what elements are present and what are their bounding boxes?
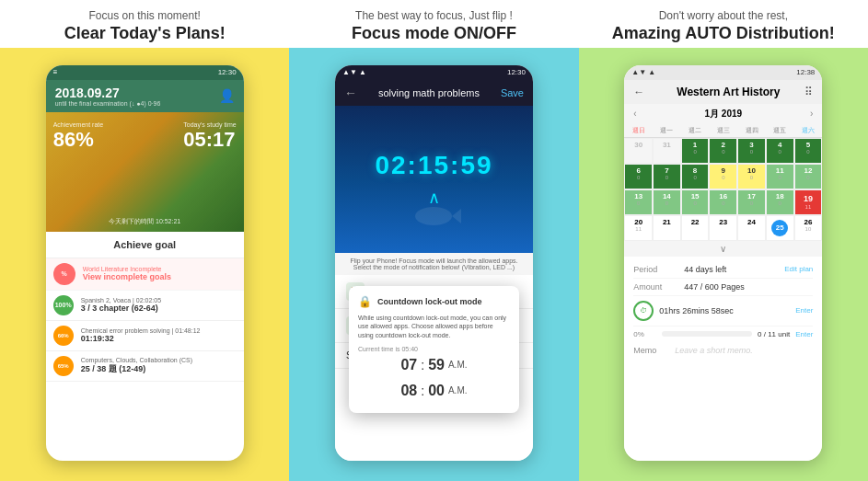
p3-day-2[interactable]: 20 xyxy=(709,138,737,164)
p3-day-15[interactable]: 150 xyxy=(681,189,710,215)
p3-day-25-selected[interactable]: 25 xyxy=(766,215,794,241)
p1-achieve-btn[interactable]: Achieve goal xyxy=(46,232,244,258)
p3-timer-icon: ⏱ xyxy=(633,301,654,321)
p3-day-21[interactable]: 21 xyxy=(653,215,681,241)
p1-goal-text: World Literature Incomplete View incompl… xyxy=(83,266,237,281)
p3-calendar-header: ‹ 1月 2019 › xyxy=(624,104,822,124)
p3-day-7[interactable]: 70 xyxy=(653,164,681,189)
p3-day-26[interactable]: 2610 xyxy=(794,215,823,241)
p2-timer-area: 02:15:59 ∧ xyxy=(335,106,533,253)
p3-amount-label: Amount xyxy=(633,282,684,292)
p2-chevron-icon: ∧ xyxy=(428,188,440,208)
p3-progress-enter-btn[interactable]: Enter xyxy=(795,330,813,338)
p3-day-12[interactable]: 120 xyxy=(794,164,823,189)
p3-day-9[interactable]: 90 xyxy=(709,164,737,189)
p1-task-item-1: 66% Chemical error problem solving | 01:… xyxy=(46,321,244,351)
p2-lock-icon: 🔒 xyxy=(358,295,372,308)
p3-weekday-sun: 週日 xyxy=(624,124,653,137)
p2-mins-2: 00 xyxy=(428,383,445,399)
p3-day-6[interactable]: 60 xyxy=(624,164,653,189)
p2-save-button[interactable]: Save xyxy=(501,87,524,98)
p3-progress-row: 0% 0 / 11 unit Enter xyxy=(633,326,813,342)
p2-sep-1: : xyxy=(421,358,424,372)
p2-status-bar: ▲▼ ▲ 12:30 xyxy=(335,65,533,80)
p3-day-5[interactable]: 50 xyxy=(794,138,823,164)
p3-expand-calendar-btn[interactable]: ∨ xyxy=(624,241,822,257)
p3-progress-value: 0 / 11 unit xyxy=(758,330,790,338)
p2-flip-notice: Flip your Phone! Focus mode will launch … xyxy=(335,253,533,275)
p3-day-14[interactable]: 140 xyxy=(653,189,681,215)
p3-day-11[interactable]: 110 xyxy=(766,164,794,189)
phone-wrap-1: ≡ 12:30 2018.09.27 until the final exami… xyxy=(0,48,289,481)
p3-day-1[interactable]: 10 xyxy=(681,138,710,164)
p3-signal-icons: ▲▼ ▲ xyxy=(631,68,655,76)
p3-day-13[interactable]: 130 xyxy=(624,189,653,215)
p3-menu-icon[interactable]: ⠿ xyxy=(804,86,813,98)
p1-header-left: 2018.09.27 until the final examination (… xyxy=(55,86,161,107)
p1-signal-icon: ≡ xyxy=(53,68,58,76)
p3-memo-label: Memo xyxy=(633,346,675,355)
p3-page-title: Western Art History xyxy=(652,86,804,98)
p2-signal-icons: ▲▼ ▲ xyxy=(342,68,366,76)
p2-status-time: 12:30 xyxy=(507,68,526,76)
p1-study-label: Today's study time xyxy=(183,121,236,128)
p3-back-icon[interactable]: ← xyxy=(633,86,644,98)
p3-timer-enter-btn[interactable]: Enter xyxy=(795,306,813,315)
p3-weekday-thu: 週四 xyxy=(737,124,766,137)
p3-prev-month-icon[interactable]: ‹ xyxy=(633,109,636,119)
p2-hours-1: 07 xyxy=(400,357,417,373)
p2-time-display: 07 : 59 A.M. xyxy=(358,352,510,378)
p2-mins-1: 59 xyxy=(428,357,445,373)
p3-day-4[interactable]: 40 xyxy=(766,138,794,164)
p3-day-22[interactable]: 22 xyxy=(681,215,710,241)
p3-period-label: Period xyxy=(633,265,684,274)
p1-stats: Achievement rate 86% Today's study time … xyxy=(53,121,237,152)
p1-study-value: 05:17 xyxy=(183,128,236,152)
p2-modal-current-time: Current time is 05:40 xyxy=(358,346,510,352)
p3-calendar-grid: 30 31 10 20 30 40 50 60 70 80 90 100 110… xyxy=(624,138,822,241)
phone-2: ▲▼ ▲ 12:30 ← solving math problems Save … xyxy=(335,65,533,461)
p1-goal-subtitle: View incomplete goals xyxy=(83,272,237,281)
p3-day-16[interactable]: 160 xyxy=(709,189,737,215)
p3-day-17[interactable]: 170 xyxy=(737,189,766,215)
p3-day-10[interactable]: 100 xyxy=(737,164,766,189)
p3-day-30[interactable]: 30 xyxy=(624,138,653,164)
p3-day-18[interactable]: 180 xyxy=(766,189,794,215)
p3-status-bar: ▲▼ ▲ 12:38 xyxy=(624,65,822,80)
p3-day-19-today[interactable]: 1911 xyxy=(794,189,823,215)
p3-status-time: 12:38 xyxy=(796,68,815,76)
p3-weekday-mon: 週一 xyxy=(653,124,681,137)
p3-weekday-fri: 週五 xyxy=(766,124,794,137)
p3-day-31[interactable]: 31 xyxy=(653,138,681,164)
p3-memo-row: Memo Leave a short memo. xyxy=(633,342,813,359)
header-title-2: Focus mode ON/OFF xyxy=(352,24,516,43)
p1-status-bar: ≡ 12:30 xyxy=(46,65,244,80)
header-section-3: Don't worry about the rest, Amazing AUTO… xyxy=(579,9,868,43)
phone-wrap-3: ▲▼ ▲ 12:38 ← Western Art History ⠿ ‹ 1月 … xyxy=(579,48,868,481)
p3-day-24[interactable]: 24 xyxy=(737,215,766,241)
p3-header: ← Western Art History ⠿ xyxy=(624,80,822,104)
p1-achievement-label: Achievement rate xyxy=(53,121,103,128)
p2-ampm-2: A.M. xyxy=(448,385,468,395)
p1-study-box: Today's study time 05:17 xyxy=(183,121,236,152)
p2-modal-body: While using countdown lock-out mode, you… xyxy=(358,314,510,340)
p2-timer-display: 02:15:59 xyxy=(375,151,492,180)
p3-memo-input[interactable]: Leave a short memo. xyxy=(675,346,813,355)
p2-back-icon[interactable]: ← xyxy=(344,86,357,100)
p2-ampm-1: A.M. xyxy=(448,360,468,370)
p3-day-20[interactable]: 2011 xyxy=(624,215,653,241)
p2-lockout-modal: 🔒 Countdown lock-out mode While using co… xyxy=(349,286,519,413)
p3-day-23[interactable]: 23 xyxy=(709,215,737,241)
p1-bottom-text: 今天剩下的時間 10:52:21 xyxy=(109,217,180,226)
p3-month-title: 1月 2019 xyxy=(705,108,743,120)
p2-header: ← solving math problems Save xyxy=(335,80,533,106)
p3-day-3[interactable]: 30 xyxy=(737,138,766,164)
header-title-3: Amazing AUTO Distribution! xyxy=(612,24,835,43)
p3-next-month-icon[interactable]: › xyxy=(810,109,813,119)
p2-sep-2: : xyxy=(421,384,424,398)
p3-day-8[interactable]: 80 xyxy=(681,164,710,189)
p3-period-value: 44 days left xyxy=(684,265,784,274)
p1-task-item-2: 65% Computers, Clouds, Collaboration (CS… xyxy=(46,351,244,382)
top-header: Focus on this moment! Clear Today's Plan… xyxy=(0,0,868,48)
p3-edit-plan-btn[interactable]: Edit plan xyxy=(784,265,813,273)
